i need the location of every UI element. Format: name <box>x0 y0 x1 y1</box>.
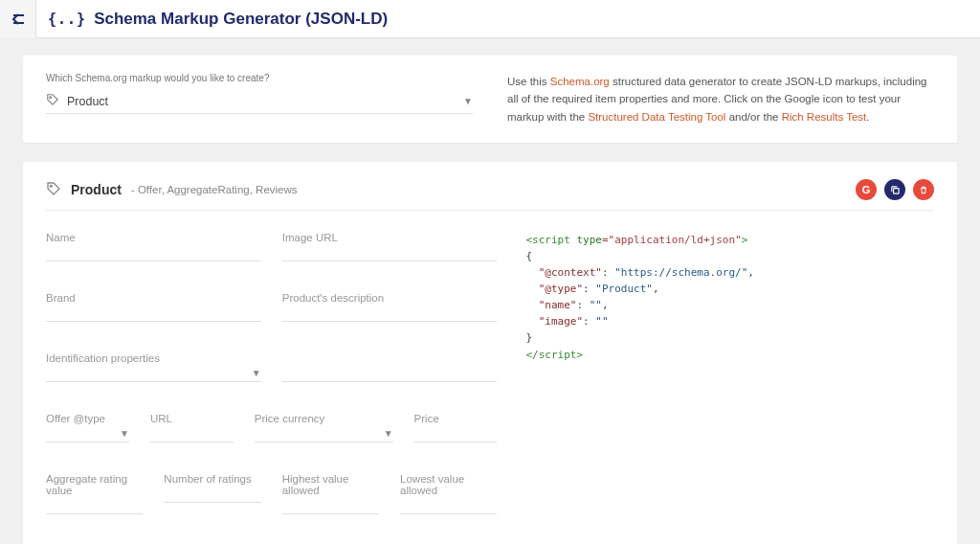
identification-select[interactable]: ▼ <box>46 365 261 382</box>
name-input[interactable] <box>46 244 261 261</box>
tag-icon <box>46 181 61 199</box>
identification-label: Identification properties <box>46 352 261 364</box>
identification-value-input[interactable] <box>282 365 498 382</box>
highest-label: Highest value allowed <box>282 473 379 496</box>
num-ratings-label: Number of ratings <box>164 473 260 485</box>
chevron-down-icon: ▼ <box>384 428 393 439</box>
chevron-down-icon: ▼ <box>120 428 129 439</box>
image-url-input[interactable] <box>282 244 498 261</box>
price-input[interactable] <box>414 425 498 442</box>
offer-type-label: Offer @type <box>46 413 129 424</box>
page-title: Schema Markup Generator (JSON-LD) <box>94 10 388 29</box>
chevron-down-icon: ▼ <box>252 368 261 378</box>
chevron-down-icon: ▼ <box>463 96 473 106</box>
tag-icon <box>46 93 59 109</box>
lowest-input[interactable] <box>400 497 497 514</box>
brand-label: Brand <box>46 292 261 304</box>
schema-prompt-label: Which Schema.org markup would you like t… <box>46 73 473 83</box>
description-input[interactable] <box>282 305 498 322</box>
agg-rating-input[interactable] <box>46 497 143 514</box>
brand-input[interactable] <box>46 305 261 322</box>
agg-rating-label: Aggregate rating value <box>46 473 143 496</box>
collapse-sidebar-button[interactable] <box>0 0 36 38</box>
url-label: URL <box>150 413 234 424</box>
delete-button[interactable] <box>913 179 934 200</box>
generated-code: <script type="application/ld+json"> { "@… <box>525 232 934 362</box>
section-title: Product <box>71 182 122 197</box>
schema-type-value: Product <box>67 95 456 108</box>
svg-point-3 <box>50 185 52 187</box>
section-subtitle: - Offer, AggregateRating, Reviews <box>131 184 298 195</box>
sdtt-link[interactable]: Structured Data Testing Tool <box>588 111 725 123</box>
intro-description: Use this Schema.org structured data gene… <box>507 73 934 125</box>
test-google-button[interactable]: G <box>856 179 877 200</box>
description-label: Product's description <box>282 292 498 304</box>
schema-type-select[interactable]: Product ▼ <box>46 89 473 114</box>
image-url-label: Image URL <box>282 232 498 243</box>
num-ratings-input[interactable] <box>164 486 260 503</box>
price-label: Price <box>414 413 498 424</box>
svg-rect-4 <box>893 188 899 193</box>
price-currency-label: Price currency <box>255 413 393 424</box>
name-label: Name <box>46 232 261 243</box>
schema-org-link[interactable]: Schema.org <box>550 76 610 87</box>
lowest-label: Lowest value allowed <box>400 473 497 496</box>
svg-point-2 <box>50 97 52 99</box>
price-currency-select[interactable]: ▼ <box>255 425 393 442</box>
offer-type-select[interactable]: ▼ <box>46 425 129 442</box>
rich-results-link[interactable]: Rich Results Test <box>782 111 867 123</box>
highest-input[interactable] <box>282 497 379 514</box>
logo-icon: {..} <box>48 11 86 28</box>
copy-button[interactable] <box>884 179 905 200</box>
url-input[interactable] <box>150 425 234 442</box>
